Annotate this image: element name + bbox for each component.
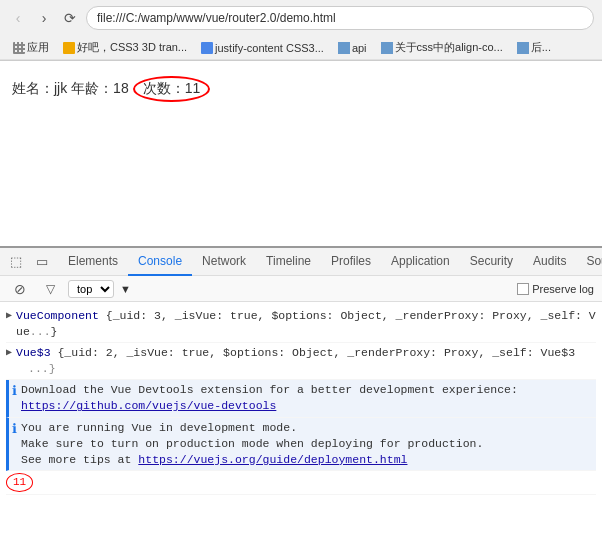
highlighted-count: 次数：11 <box>133 76 211 102</box>
preserve-log-checkbox[interactable] <box>517 283 529 295</box>
console-entry-2: ▶ Vue$3 {_uid: 2, _isVue: true, $options… <box>6 343 596 380</box>
bookmark-api[interactable]: api <box>333 41 372 55</box>
page-name-age: 姓名：jjk 年龄：18 <box>12 80 129 96</box>
page-content: 姓名：jjk 年龄：18次数：11 <box>0 61 602 246</box>
console-entry-4: ℹ You are running Vue in development mod… <box>6 418 596 471</box>
bookmarks-bar: 应用 好吧，CSS3 3D tran... justify-content CS… <box>0 36 602 60</box>
inspect-element-button[interactable]: ⬚ <box>4 250 28 274</box>
tab-console[interactable]: Console <box>128 248 192 276</box>
deployment-link[interactable]: https://vuejs.org/guide/deployment.html <box>138 453 407 466</box>
expand-arrow-2[interactable]: ▶ <box>6 346 12 360</box>
clear-console-button[interactable]: ⊘ <box>8 277 32 301</box>
reload-button[interactable]: ⟳ <box>60 8 80 28</box>
console-text-2: Vue$3 {_uid: 2, _isVue: true, $options: … <box>16 345 596 377</box>
browser-chrome: ‹ › ⟳ 应用 好吧，CSS3 3D tran... justify-cont… <box>0 0 602 61</box>
console-entry-3: ℹ Download the Vue Devtools extension fo… <box>6 380 596 417</box>
page-text: 姓名：jjk 年龄：18次数：11 <box>12 76 590 102</box>
console-text-3: Download the Vue Devtools extension for … <box>21 382 596 414</box>
apps-icon <box>13 42 25 54</box>
tab-network[interactable]: Network <box>192 248 256 276</box>
tab-elements[interactable]: Elements <box>58 248 128 276</box>
devtools-link[interactable]: https://github.com/vuejs/vue-devtools <box>21 399 276 412</box>
tab-sources[interactable]: Sources <box>576 248 602 276</box>
tab-audits[interactable]: Audits <box>523 248 576 276</box>
filter-dropdown-arrow: ▼ <box>120 283 131 295</box>
devtools-panel: ⬚ ▭ Elements Console Network Timeline Pr… <box>0 246 602 539</box>
bookmark-css3-label: 好吧，CSS3 3D tran... <box>77 40 187 55</box>
devtools-tabs: ⬚ ▭ Elements Console Network Timeline Pr… <box>0 248 602 276</box>
console-toolbar: ⊘ ▽ top ▼ Preserve log <box>0 276 602 302</box>
info-icon-3: ℹ <box>12 383 17 401</box>
context-select[interactable]: top <box>68 280 114 298</box>
tab-security[interactable]: Security <box>460 248 523 276</box>
console-text-1: VueComponent {_uid: 3, _isVue: true, $op… <box>16 308 596 340</box>
tab-profiles[interactable]: Profiles <box>321 248 381 276</box>
console-body: ▶ VueComponent {_uid: 3, _isVue: true, $… <box>0 302 602 539</box>
bookmark-icon-more <box>517 42 529 54</box>
preserve-log-option: Preserve log <box>517 283 594 295</box>
console-entry-5: 11 <box>6 471 596 495</box>
bookmark-apps-label: 应用 <box>27 40 49 55</box>
expand-arrow-1[interactable]: ▶ <box>6 309 12 323</box>
filter-button[interactable]: ▽ <box>38 277 62 301</box>
bookmark-more-label: 后... <box>531 40 551 55</box>
bookmark-api-label: api <box>352 42 367 54</box>
bookmark-more[interactable]: 后... <box>512 39 556 56</box>
device-mode-button[interactable]: ▭ <box>30 250 54 274</box>
address-bar[interactable] <box>86 6 594 30</box>
bookmark-icon-api <box>338 42 350 54</box>
bookmark-justify-label: justify-content CSS3... <box>215 42 324 54</box>
filter-dropdown[interactable]: ▼ <box>120 283 131 295</box>
info-icon-4: ℹ <box>12 421 17 439</box>
bookmark-icon-css3 <box>63 42 75 54</box>
back-button[interactable]: ‹ <box>8 8 28 28</box>
nav-bar: ‹ › ⟳ <box>0 0 602 36</box>
forward-button[interactable]: › <box>34 8 54 28</box>
bookmark-apps[interactable]: 应用 <box>8 39 54 56</box>
console-entry-1: ▶ VueComponent {_uid: 3, _isVue: true, $… <box>6 306 596 343</box>
console-text-4: You are running Vue in development mode.… <box>21 420 596 468</box>
console-number-value: 11 <box>6 473 33 492</box>
bookmark-align[interactable]: 关于css中的align-co... <box>376 39 508 56</box>
tab-timeline[interactable]: Timeline <box>256 248 321 276</box>
devtools-icons: ⬚ ▭ <box>4 250 54 274</box>
bookmark-justify[interactable]: justify-content CSS3... <box>196 41 329 55</box>
preserve-log-label: Preserve log <box>532 283 594 295</box>
bookmark-icon-align <box>381 42 393 54</box>
tab-application[interactable]: Application <box>381 248 460 276</box>
bookmark-css3[interactable]: 好吧，CSS3 3D tran... <box>58 39 192 56</box>
bookmark-icon-justify <box>201 42 213 54</box>
bookmark-align-label: 关于css中的align-co... <box>395 40 503 55</box>
